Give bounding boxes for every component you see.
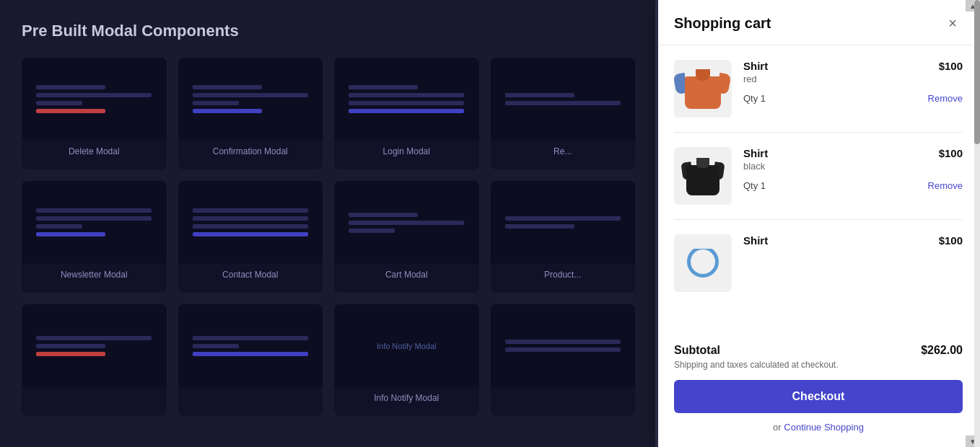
item-qty-2: Qty 1: [743, 180, 766, 191]
item-price-1: $100: [939, 60, 963, 72]
modal-card-newsletter[interactable]: Newsletter Modal: [22, 181, 167, 293]
cart-footer: Subtotal $262.00 Shipping and taxes calc…: [657, 332, 980, 447]
modal-card-10[interactable]: [178, 304, 323, 416]
item-details-1: Shirt $100 red Qty 1 Remove: [743, 60, 963, 104]
modal-label-confirmation: Confirmation Modal: [178, 141, 323, 156]
item-name-2: Shirt: [743, 147, 768, 159]
modal-label-10: [178, 387, 323, 393]
modal-card-product[interactable]: Product...: [491, 181, 636, 293]
modal-label-4: Re...: [491, 141, 636, 156]
item-details-3: Shirt $100: [743, 234, 963, 247]
cart-item-3: Shirt $100: [674, 220, 963, 299]
continue-prefix: or: [773, 422, 782, 433]
cart-panel: Shopping cart × Shirt $100 red: [657, 0, 980, 447]
item-price-2: $100: [939, 147, 963, 159]
item-color-2: black: [743, 161, 963, 172]
close-button[interactable]: ×: [942, 13, 963, 33]
subtotal-value: $262.00: [921, 344, 963, 357]
modal-card-contact[interactable]: Contact Modal: [178, 181, 323, 293]
item-details-2: Shirt $100 black Qty 1 Remove: [743, 147, 963, 191]
item-name-1: Shirt: [743, 60, 768, 72]
modal-label-contact: Contact Modal: [178, 264, 323, 280]
modal-label-login: Login Modal: [334, 141, 479, 156]
modal-card-confirmation[interactable]: Confirmation Modal: [178, 58, 323, 169]
modal-card-cart[interactable]: Cart Modal: [334, 181, 479, 293]
modal-label-delete: Delete Modal: [22, 141, 167, 156]
continue-shopping-row: or Continue Shopping: [674, 422, 963, 433]
cart-items-list: Shirt $100 red Qty 1 Remove: [657, 45, 980, 332]
modal-label-newsletter: Newsletter Modal: [22, 264, 167, 280]
modal-card-4[interactable]: Re...: [491, 58, 636, 169]
shipping-note: Shipping and taxes calculated at checkou…: [674, 360, 963, 370]
modal-label-product: Product...: [491, 264, 636, 280]
checkout-button[interactable]: Checkout: [674, 380, 963, 413]
cart-header: Shopping cart ×: [657, 0, 980, 45]
item-image-black: [674, 147, 732, 205]
modal-label-9: [22, 387, 167, 393]
scroll-thumb[interactable]: [974, 0, 980, 144]
item-name-3: Shirt: [743, 234, 768, 247]
modal-card-12[interactable]: [491, 304, 636, 416]
item-price-3: $100: [939, 234, 963, 247]
item-qty-1: Qty 1: [743, 93, 766, 104]
cart-item-2: Shirt $100 black Qty 1 Remove: [674, 133, 963, 220]
modal-card-delete[interactable]: Delete Modal: [22, 58, 167, 169]
modal-card-info[interactable]: Info Notify Modal Info Notify Modal: [334, 304, 479, 416]
modal-label-12: [491, 387, 636, 393]
cart-item-1: Shirt $100 red Qty 1 Remove: [674, 45, 963, 133]
item-image-red: [674, 60, 732, 118]
modal-card-9[interactable]: [22, 304, 167, 416]
item-image-partial: [674, 234, 732, 292]
continue-shopping-link[interactable]: Continue Shopping: [784, 422, 864, 433]
item-color-1: red: [743, 74, 963, 84]
modal-card-login[interactable]: Login Modal: [334, 58, 479, 169]
remove-button-1[interactable]: Remove: [928, 93, 963, 104]
modal-label-info: Info Notify Modal: [334, 387, 479, 403]
background-page: Pre Built Modal Components Delete Modal: [0, 0, 657, 447]
remove-button-2[interactable]: Remove: [928, 180, 963, 191]
modal-grid: Delete Modal Confirmation Modal: [22, 58, 635, 416]
subtotal-label: Subtotal: [674, 344, 720, 357]
cart-scrollbar[interactable]: [974, 0, 980, 447]
cart-title: Shopping cart: [674, 15, 771, 32]
modal-label-cart: Cart Modal: [334, 264, 479, 280]
subtotal-row: Subtotal $262.00: [674, 344, 963, 357]
page-title: Pre Built Modal Components: [22, 22, 635, 40]
